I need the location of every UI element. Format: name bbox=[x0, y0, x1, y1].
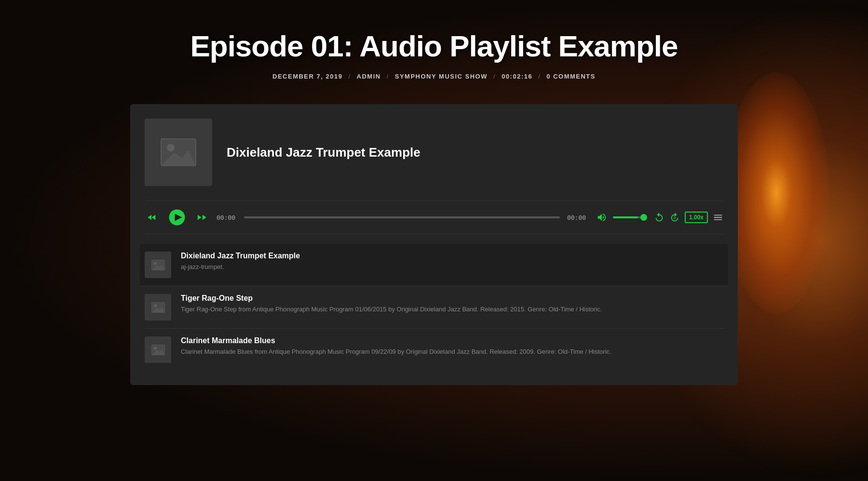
track-info-2: Tiger Rag-One Step Tiger Rag-One Step fr… bbox=[181, 294, 723, 314]
volume-icon bbox=[597, 212, 607, 223]
image-placeholder-large-icon bbox=[159, 133, 198, 172]
playlist-item[interactable]: Clarinet Marmalade Blues Clarinet Marmal… bbox=[145, 329, 723, 371]
controls-bar: 00:00 00:00 bbox=[145, 200, 723, 234]
volume-fill bbox=[613, 216, 638, 218]
track-title-2: Tiger Rag-One Step bbox=[181, 294, 723, 303]
sep1: / bbox=[348, 73, 351, 80]
fast-forward-icon bbox=[197, 212, 207, 223]
track-art-1 bbox=[145, 252, 171, 278]
forward30-icon: 30 bbox=[669, 212, 680, 223]
current-time: 00:00 bbox=[217, 214, 237, 221]
track-desc-2: Tiger Rag-One Step from Antique Phonogra… bbox=[181, 305, 723, 314]
meta-comments[interactable]: 0 COMMENTS bbox=[546, 73, 596, 80]
total-time: 00:00 bbox=[567, 214, 587, 221]
progress-track[interactable] bbox=[244, 216, 560, 218]
rewind-icon bbox=[147, 212, 157, 223]
play-button[interactable] bbox=[166, 207, 188, 228]
audio-player: Dixieland Jazz Trumpet Example bbox=[130, 104, 738, 385]
svg-point-7 bbox=[154, 262, 157, 265]
image-placeholder-icon-3 bbox=[151, 343, 165, 357]
image-placeholder-icon-2 bbox=[151, 300, 165, 315]
page-content: Episode 01: Audio Playlist Example DECEM… bbox=[121, 0, 747, 414]
playlist: Dixieland Jazz Trumpet Example aj-jazz-t… bbox=[145, 244, 723, 371]
rewind-button[interactable] bbox=[145, 210, 159, 225]
sep2: / bbox=[387, 73, 389, 80]
meta-date: DECEMBER 7, 2019 bbox=[272, 73, 342, 80]
track-desc-1: aj-jazz-trumpet. bbox=[181, 262, 723, 272]
svg-point-13 bbox=[154, 347, 157, 349]
play-icon bbox=[168, 209, 186, 226]
album-art-large bbox=[145, 119, 212, 186]
track-desc-3: Clarinet Marmalade Blues from Antique Ph… bbox=[181, 347, 723, 357]
volume-button[interactable] bbox=[595, 210, 609, 225]
meta-show[interactable]: SYMPHONY MUSIC SHOW bbox=[395, 73, 488, 80]
meta-bar: DECEMBER 7, 2019 / ADMIN / SYMPHONY MUSI… bbox=[130, 73, 738, 80]
svg-text:30: 30 bbox=[673, 217, 676, 219]
volume-knob bbox=[640, 214, 647, 221]
menu-icon bbox=[713, 212, 723, 223]
meta-author[interactable]: ADMIN bbox=[357, 73, 381, 80]
image-placeholder-icon-1 bbox=[151, 258, 165, 272]
fast-forward-button[interactable] bbox=[195, 210, 209, 225]
track-info-3: Clarinet Marmalade Blues Clarinet Marmal… bbox=[181, 336, 723, 357]
sep3: / bbox=[493, 73, 496, 80]
playlist-item[interactable]: Tiger Rag-One Step Tiger Rag-One Step fr… bbox=[145, 286, 723, 329]
replay-icon bbox=[654, 212, 665, 223]
svg-point-1 bbox=[167, 144, 175, 151]
track-title-3: Clarinet Marmalade Blues bbox=[181, 336, 723, 345]
playlist-item[interactable]: Dixieland Jazz Trumpet Example aj-jazz-t… bbox=[140, 244, 728, 286]
forward30-button[interactable]: 30 bbox=[669, 212, 680, 223]
playlist-menu-button[interactable] bbox=[713, 212, 723, 223]
now-playing-title: Dixieland Jazz Trumpet Example bbox=[227, 145, 420, 160]
meta-duration: 00:02:16 bbox=[502, 73, 532, 80]
track-info-1: Dixieland Jazz Trumpet Example aj-jazz-t… bbox=[181, 252, 723, 272]
page-title: Episode 01: Audio Playlist Example bbox=[130, 29, 738, 63]
track-art-2 bbox=[145, 294, 171, 321]
volume-track[interactable] bbox=[613, 216, 647, 218]
now-playing-info: Dixieland Jazz Trumpet Example bbox=[227, 145, 420, 160]
replay-button[interactable] bbox=[654, 212, 665, 223]
now-playing-section: Dixieland Jazz Trumpet Example bbox=[145, 119, 723, 186]
sep4: / bbox=[538, 73, 541, 80]
svg-point-10 bbox=[154, 304, 157, 307]
track-title-1: Dixieland Jazz Trumpet Example bbox=[181, 252, 723, 260]
track-art-3 bbox=[145, 336, 171, 363]
volume-section bbox=[595, 210, 647, 225]
speed-button[interactable]: 1.00x bbox=[685, 212, 708, 223]
extra-controls: 30 1.00x bbox=[654, 212, 723, 223]
